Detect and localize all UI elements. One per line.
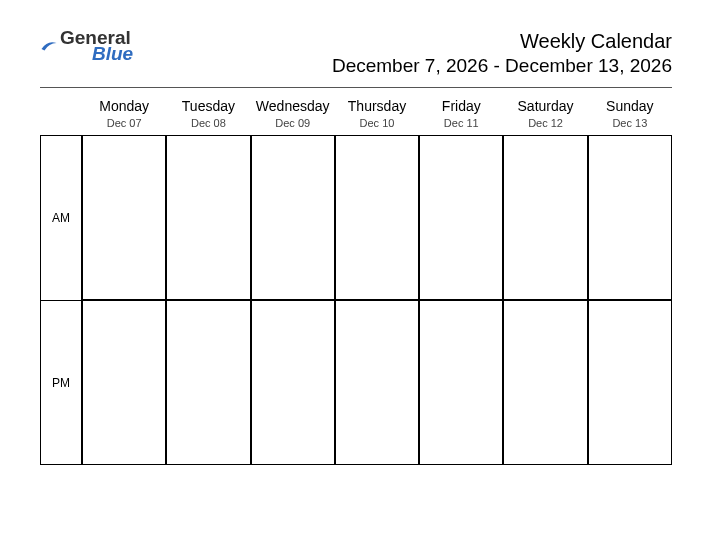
days-header-row: Monday Dec 07 Tuesday Dec 08 Wednesday D… (40, 94, 672, 135)
day-name: Friday (419, 98, 503, 114)
header: General Blue Weekly Calendar December 7,… (40, 28, 672, 77)
day-date: Dec 07 (82, 117, 166, 129)
day-date: Dec 08 (166, 117, 250, 129)
row-label-am: AM (40, 135, 82, 300)
day-header-sat: Saturday Dec 12 (503, 94, 587, 135)
cell-pm-mon (82, 300, 166, 465)
calendar-grid: AM PM (40, 135, 672, 465)
day-name: Sunday (588, 98, 672, 114)
logo-word-blue: Blue (92, 46, 133, 62)
divider (40, 87, 672, 88)
day-header-sun: Sunday Dec 13 (588, 94, 672, 135)
day-header-fri: Friday Dec 11 (419, 94, 503, 135)
cell-am-fri (419, 135, 503, 300)
day-header-mon: Monday Dec 07 (82, 94, 166, 135)
day-name: Thursday (335, 98, 419, 114)
cell-am-mon (82, 135, 166, 300)
page-title: Weekly Calendar (332, 30, 672, 53)
day-name: Tuesday (166, 98, 250, 114)
cell-pm-thu (335, 300, 419, 465)
spacer (40, 94, 82, 135)
day-header-wed: Wednesday Dec 09 (251, 94, 335, 135)
cell-am-wed (251, 135, 335, 300)
cell-pm-fri (419, 300, 503, 465)
row-label-pm: PM (40, 300, 82, 465)
logo: General Blue (40, 30, 133, 62)
cell-am-sun (588, 135, 672, 300)
cell-pm-sat (503, 300, 587, 465)
date-range: December 7, 2026 - December 13, 2026 (332, 55, 672, 77)
cell-am-sat (503, 135, 587, 300)
cell-pm-tue (166, 300, 250, 465)
cell-pm-sun (588, 300, 672, 465)
day-header-thu: Thursday Dec 10 (335, 94, 419, 135)
day-date: Dec 13 (588, 117, 672, 129)
day-date: Dec 10 (335, 117, 419, 129)
day-date: Dec 12 (503, 117, 587, 129)
day-header-tue: Tuesday Dec 08 (166, 94, 250, 135)
cell-am-thu (335, 135, 419, 300)
cell-pm-wed (251, 300, 335, 465)
logo-text: General Blue (60, 30, 133, 62)
day-name: Wednesday (251, 98, 335, 114)
day-date: Dec 09 (251, 117, 335, 129)
swoosh-icon (40, 37, 58, 55)
day-name: Monday (82, 98, 166, 114)
day-date: Dec 11 (419, 117, 503, 129)
title-block: Weekly Calendar December 7, 2026 - Decem… (332, 30, 672, 77)
day-name: Saturday (503, 98, 587, 114)
cell-am-tue (166, 135, 250, 300)
